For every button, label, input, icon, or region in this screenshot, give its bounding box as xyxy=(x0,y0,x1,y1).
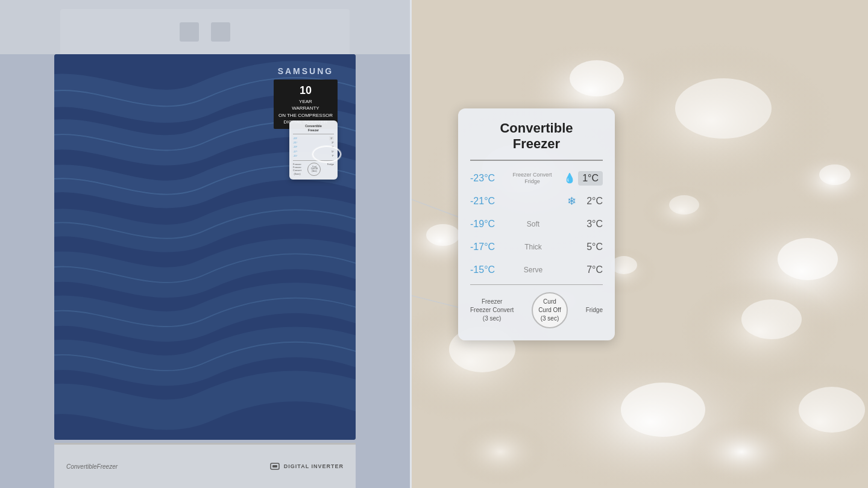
temp-label-5: Serve xyxy=(503,266,563,274)
temp-icon-5 xyxy=(563,261,580,278)
fridge-bottom-strip: ConvertibleFreezer DIGITAL INVERTER xyxy=(54,443,356,488)
snowflake-icon: ❄ xyxy=(563,193,580,210)
temp-left-3: -19°C xyxy=(470,219,503,230)
temp-label-3: Soft xyxy=(503,220,563,228)
info-panel-title: Convertible Freezer xyxy=(470,120,603,161)
cabinet-inner xyxy=(60,9,350,54)
svg-point-14 xyxy=(778,238,838,280)
svg-point-16 xyxy=(621,383,705,437)
warranty-line2: ON THE COMPRESSOR xyxy=(278,113,333,118)
samsung-logo: SAMSUNG 10 YEAR WARRANTY ON THE COMPRESS… xyxy=(274,66,338,129)
freezer-mode-btn: Freezer Freezer Convert (3 sec) xyxy=(470,298,514,323)
ctrl-row-2: -21°2° xyxy=(293,140,334,145)
info-panel: Convertible Freezer -23°C Freezer Conver… xyxy=(458,108,615,340)
freezer-label-3: (3 sec) xyxy=(483,315,502,322)
water-drop-icon: 💧 xyxy=(561,170,578,187)
temp-rows-container: -23°C Freezer Convert Fridge 💧 1°C -21°C… xyxy=(470,170,603,278)
temp-row-2: -21°C ❄ 2°C xyxy=(470,193,603,210)
temp-row-1: -23°C Freezer Convert Fridge 💧 1°C xyxy=(470,170,603,187)
brand-name: SAMSUNG xyxy=(274,66,338,76)
svg-point-29 xyxy=(669,195,699,214)
digital-label: DIGITAL INVERTER xyxy=(284,463,344,469)
ctrl-row-1: -23° 1° xyxy=(293,136,334,140)
svg-point-19 xyxy=(741,299,802,339)
circle-highlight xyxy=(312,146,341,163)
cabinet-button-left xyxy=(180,22,199,42)
curd-label-3: (3 sec) xyxy=(541,314,559,323)
warranty-years: 10 xyxy=(278,83,333,98)
ctrl-curd-circle: CurdCurd Off(3sec) xyxy=(307,163,321,176)
svg-point-18 xyxy=(570,60,624,96)
strip-right: DIGITAL INVERTER xyxy=(269,461,344,472)
temp-right-2: 2°C xyxy=(580,196,603,207)
temp-row-3: -19°C Soft 3°C xyxy=(470,216,603,233)
temp-label-1a: Freezer Convert xyxy=(513,172,552,178)
svg-point-13 xyxy=(675,78,772,139)
info-bottom: Freezer Freezer Convert (3 sec) Curd Cur… xyxy=(470,284,603,328)
warranty-line1: WARRANTY xyxy=(292,105,319,111)
temp-left-5: -15°C xyxy=(470,264,503,275)
temp-label-4: Thick xyxy=(503,243,563,251)
cabinet-top xyxy=(0,0,410,54)
right-panel: Convertible Freezer -23°C Freezer Conver… xyxy=(410,0,868,488)
curd-label-1: Curd xyxy=(543,298,556,306)
temp-row-4: -17°C Thick 5°C xyxy=(470,239,603,255)
freezer-label-2: Freezer Convert xyxy=(470,307,514,313)
temp-left-4: -17°C xyxy=(470,242,503,252)
temp-icon-3 xyxy=(563,216,580,233)
cabinet-button-right xyxy=(211,22,230,42)
curd-circle-button[interactable]: Curd Curd Off (3 sec) xyxy=(532,292,568,328)
temp-right-3: 3°C xyxy=(580,219,603,230)
svg-point-27 xyxy=(426,224,460,246)
fridge-mode-btn: Fridge xyxy=(586,306,603,314)
svg-point-25 xyxy=(452,419,549,485)
strip-label: ConvertibleFreezer xyxy=(66,463,118,470)
temp-row-5: -15°C Serve 7°C xyxy=(470,261,603,278)
temp-left-2: -21°C xyxy=(470,196,503,207)
svg-point-26 xyxy=(687,419,796,485)
main-scene: SAMSUNG 10 YEAR WARRANTY ON THE COMPRESS… xyxy=(0,0,868,488)
warranty-label: YEAR xyxy=(299,99,312,104)
temp-icon-4 xyxy=(563,239,580,255)
curd-label-2: Curd Off xyxy=(538,306,561,314)
temp-left-1: -23°C xyxy=(470,173,503,184)
ctrl-panel-title: Convertible Freezer xyxy=(293,124,334,134)
temp-sublabel-1: Fridge xyxy=(524,178,540,184)
freezer-label-1: Freezer xyxy=(482,298,502,305)
fridge-label: Fridge xyxy=(586,307,603,313)
svg-point-30 xyxy=(819,164,851,185)
temp-right-1: 1°C xyxy=(578,171,603,186)
fridge-door: SAMSUNG 10 YEAR WARRANTY ON THE COMPRESS… xyxy=(54,54,356,440)
temp-right-5: 7°C xyxy=(580,264,603,275)
left-panel: SAMSUNG 10 YEAR WARRANTY ON THE COMPRESS… xyxy=(0,0,410,488)
temp-right-4: 5°C xyxy=(580,242,603,252)
svg-rect-2 xyxy=(272,465,277,468)
panel-divider xyxy=(410,0,412,488)
svg-point-17 xyxy=(799,387,865,433)
digital-icon xyxy=(269,461,280,472)
